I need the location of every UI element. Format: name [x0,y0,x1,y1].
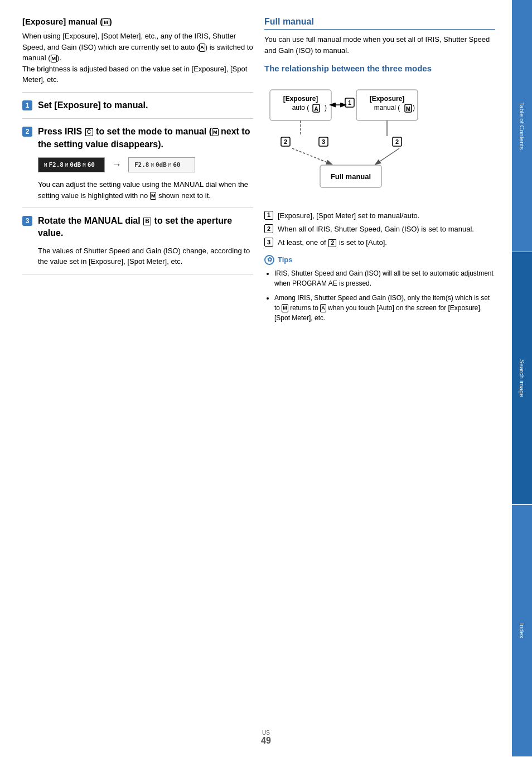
manual-icon: M [103,18,109,27]
relationship-title: The relationship between the three modes [264,64,495,73]
svg-text:): ) [413,104,415,112]
sidebar-tab-toc-label: Table of Contents [519,102,525,150]
step-1: 1 Set [Exposure] to manual. [22,99,253,112]
step-3-title: Rotate the MANUAL dial B to set the aper… [38,215,253,240]
full-manual-body: You can use full manual mode when you se… [264,34,495,56]
section-intro: When using [Exposure], [Spot Meter], etc… [22,31,253,85]
svg-text:[Exposure]: [Exposure] [370,95,405,103]
iris-c-ref: C [85,128,93,136]
svg-text:M: M [406,106,410,112]
diagram-container: [Exposure] auto ( A ) 1 [264,79,495,203]
ref-box-2: 2 [264,224,273,233]
step-3-number: 3 [22,216,32,226]
step-2: 2 Press IRIS C to set the mode to manual… [22,126,253,151]
page-number: 49 [261,736,271,746]
sidebar-tab-search-label: Search image [519,359,525,397]
manual-icon-intro: M [51,55,57,63]
left-column: [Exposure] manual (M) When using [Exposu… [22,17,253,724]
arrow-right-icon: → [112,159,122,171]
step-3-description: The values of Shutter Speed and Gain (IS… [38,245,253,267]
f28-value: F2.8 [49,161,64,168]
display-after: F2.8 M 0dB M 60 [128,157,195,172]
sidebar: Table of Contents Search image Index [512,0,532,757]
sixty-value-after: 60 [173,161,180,168]
divider-4 [22,274,253,274]
ref-box-3: 3 [264,238,273,247]
full-manual-title: Full manual [264,17,495,30]
step-2-description: You can adjust the setting value using t… [38,179,253,201]
step-2-number: 2 [22,127,32,137]
m-icon-2: M [65,162,68,168]
m-icon-3: M [83,162,85,168]
ref-box-1: 1 [264,211,273,220]
svg-text:auto (: auto ( [292,104,309,112]
ref-item-2: 2 When all of IRIS, Shutter Speed, Gain … [264,224,495,234]
tip-2: Among IRIS, Shutter Speed and Gain (ISO)… [274,293,495,323]
ref-item-3: 3 At least, one of 2 is set to [Auto]. [264,238,495,248]
step-1-title: Set [Exposure] to manual. [38,99,253,112]
country-code: US [262,730,270,736]
dial-b-ref: B [143,218,151,225]
svg-text:manual (: manual ( [374,104,400,112]
tip-1: IRIS, Shutter Speed and Gain (ISO) will … [274,268,495,288]
page-footer: US 49 [261,729,271,746]
sidebar-tab-index[interactable]: Index [512,505,532,757]
ref-text-3: At least, one of 2 is set to [Auto]. [278,238,387,248]
step-2-title: Press IRIS C to set the mode to manual (… [38,126,253,151]
svg-text:A: A [314,106,318,112]
ref-text-1: [Exposure], [Spot Meter] set to manual/a… [278,211,419,221]
svg-text:1: 1 [348,99,351,106]
f28-value-after: F2.8 [134,161,149,168]
step-1-number: 1 [22,100,32,110]
divider-1 [22,92,253,93]
sidebar-tab-search[interactable]: Search image [512,252,532,504]
display-before: M F2.8 M 0dB M 60 [38,157,105,172]
sidebar-tab-index-label: Index [519,623,525,638]
ref-text-2: When all of IRIS, Shutter Speed, Gain (I… [278,224,474,234]
right-column: Full manual You can use full manual mode… [264,17,495,724]
relationship-diagram: [Exposure] auto ( A ) 1 [264,79,476,201]
ref-2-inline: 2 [328,239,336,247]
svg-text:3: 3 [322,138,325,145]
svg-text:2: 2 [395,138,399,145]
tips-list: IRIS, Shutter Speed and Gain (ISO) will … [264,268,495,323]
tips-header: ✿ Tips [264,255,495,265]
odb-value: 0dB [70,161,81,168]
step-3: 3 Rotate the MANUAL dial B to set the ap… [22,215,253,240]
sixty-value: 60 [88,161,95,168]
page-wrapper: [Exposure] manual (M) When using [Exposu… [0,0,532,757]
a-icon-tip: A [320,304,326,312]
tips-icon: ✿ [264,255,274,265]
m-icon-tip: M [282,304,288,312]
m-icon-after-1: M [151,162,154,168]
section-title: [Exposure] manual (M) [22,17,253,26]
svg-text:): ) [325,104,327,112]
m-icon-1: M [44,162,47,168]
auto-icon-intro: A [199,44,205,52]
svg-line-27 [376,148,399,164]
svg-text:[Exposure]: [Exposure] [283,95,318,103]
m-icon-after-2: M [168,162,171,168]
main-content: [Exposure] manual (M) When using [Exposu… [0,0,512,757]
svg-text:Full manual: Full manual [331,172,371,181]
svg-text:2: 2 [284,138,287,145]
ref-item-1: 1 [Exposure], [Spot Meter] set to manual… [264,211,495,221]
odb-value-after: 0dB [156,161,167,168]
divider-2 [22,118,253,119]
svg-line-23 [292,148,331,164]
display-container: M F2.8 M 0dB M 60 → F2.8 M 0dB M 60 [38,157,253,172]
divider-3 [22,208,253,208]
sidebar-tab-toc[interactable]: Table of Contents [512,0,532,252]
tips-label: Tips [278,255,293,264]
manual-icon-step2: M [212,128,219,137]
m-icon-inline: M [150,192,157,200]
